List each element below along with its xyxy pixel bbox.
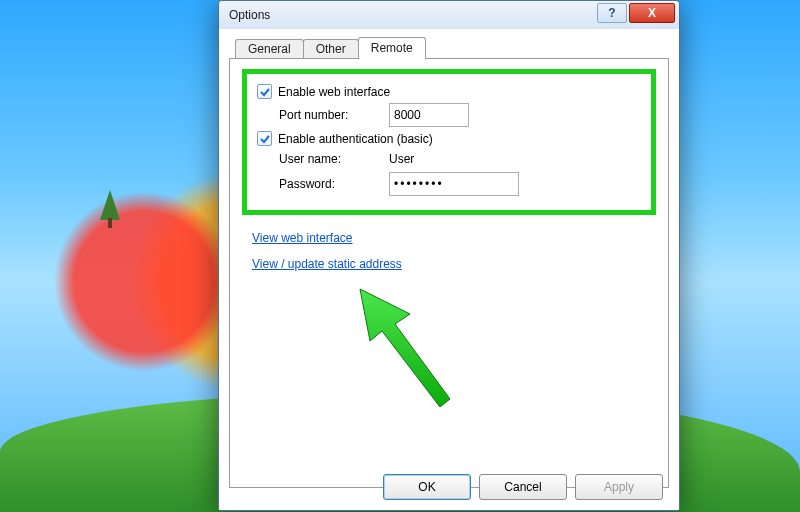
help-icon: ? xyxy=(608,6,615,20)
apply-button: Apply xyxy=(575,474,663,500)
user-label: User name: xyxy=(279,152,389,166)
close-icon: X xyxy=(648,6,656,20)
dialog-body: General Other Remote Enable web interfac… xyxy=(219,29,679,510)
static-address-link[interactable]: View / update static address xyxy=(252,257,402,271)
check-icon xyxy=(260,87,270,97)
titlebar[interactable]: Options ? X xyxy=(219,1,679,30)
enable-web-checkbox[interactable] xyxy=(257,84,272,99)
user-value: User xyxy=(389,150,414,168)
desktop-tree xyxy=(100,190,120,220)
port-label: Port number: xyxy=(279,108,389,122)
window-title: Options xyxy=(219,8,270,22)
tab-panel-remote: Enable web interface Port number: Enable… xyxy=(229,58,669,488)
enable-auth-label: Enable authentication (basic) xyxy=(278,132,433,146)
tab-other[interactable]: Other xyxy=(303,39,359,59)
password-input[interactable] xyxy=(389,172,519,196)
tab-remote[interactable]: Remote xyxy=(358,37,426,59)
ok-button[interactable]: OK xyxy=(383,474,471,500)
button-bar: OK Cancel Apply xyxy=(219,474,679,500)
ok-label: OK xyxy=(418,480,435,494)
options-dialog: Options ? X General Other Remote Enable … xyxy=(218,0,680,511)
highlight-box: Enable web interface Port number: Enable… xyxy=(242,69,656,215)
password-label: Password: xyxy=(279,177,389,191)
check-icon xyxy=(260,134,270,144)
annotation-arrow-icon xyxy=(340,279,470,409)
close-button[interactable]: X xyxy=(629,3,675,23)
enable-web-label: Enable web interface xyxy=(278,85,390,99)
cancel-label: Cancel xyxy=(504,480,541,494)
view-web-link[interactable]: View web interface xyxy=(252,231,353,245)
cancel-button[interactable]: Cancel xyxy=(479,474,567,500)
enable-auth-checkbox[interactable] xyxy=(257,131,272,146)
help-button[interactable]: ? xyxy=(597,3,627,23)
tab-general[interactable]: General xyxy=(235,39,304,59)
port-input[interactable] xyxy=(389,103,469,127)
apply-label: Apply xyxy=(604,480,634,494)
tab-strip: General Other Remote xyxy=(235,37,669,59)
